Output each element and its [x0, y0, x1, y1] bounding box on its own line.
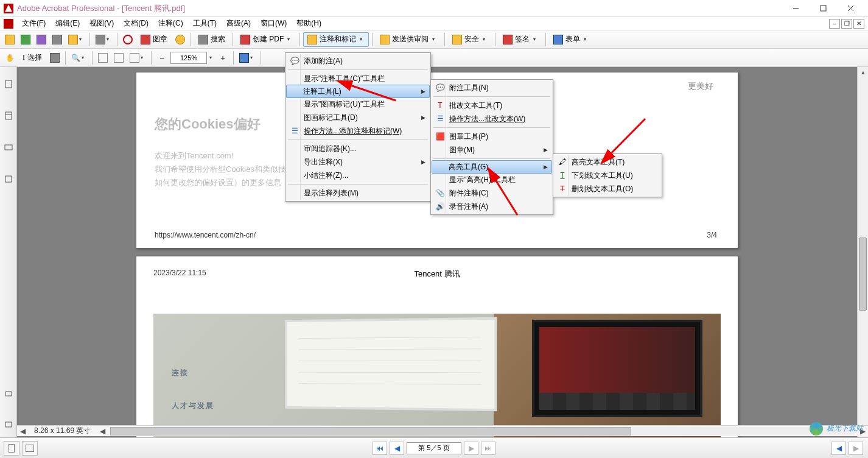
hscroll-left-button[interactable]: ◀: [17, 427, 28, 435]
scroll-thumb[interactable]: [859, 238, 867, 311]
forms-button[interactable]: 表单▾: [549, 32, 593, 47]
page-number-input[interactable]: [407, 442, 461, 454]
menu-audio-comment[interactable]: 🔊录音注释(A): [432, 200, 551, 213]
menu-advanced[interactable]: 高级(A): [222, 17, 256, 30]
security-label: 安全: [464, 34, 479, 44]
open-button[interactable]: [2, 32, 17, 47]
lock-icon: [452, 35, 462, 44]
mdi-close-button[interactable]: ✕: [853, 19, 864, 29]
menu-help[interactable]: 帮助(H): [292, 17, 326, 30]
email-button[interactable]: ▾: [66, 32, 86, 47]
prev-page-button[interactable]: ◀: [390, 442, 404, 455]
menu-show-drawing-toolbar[interactable]: 显示"图画标记(U)"工具栏: [287, 97, 429, 111]
search-button[interactable]: 搜索: [194, 32, 229, 47]
menu-attach-comment[interactable]: 📎附件注释(C): [432, 186, 551, 200]
sign-button[interactable]: 签名▾: [499, 32, 542, 47]
menu-edit-text-tool[interactable]: T批改文本工具(T): [432, 99, 551, 112]
first-page-button[interactable]: ⏮: [373, 442, 387, 455]
menu-window[interactable]: 窗口(W): [256, 17, 292, 30]
menu-comments[interactable]: 注释(C): [153, 17, 188, 30]
hscroll-thumb[interactable]: [110, 427, 631, 435]
zoom-dropdown[interactable]: ▾: [209, 55, 214, 60]
sign-label: 签名: [515, 34, 530, 44]
menu-howto-edit[interactable]: ☰操作方法...批改文本(W): [432, 112, 551, 125]
menu-show-list[interactable]: 显示注释列表(M): [287, 186, 429, 200]
fit-width-button[interactable]: [111, 51, 126, 65]
scan-button[interactable]: [18, 32, 33, 47]
zoom-tool-button[interactable]: 🔍▾: [69, 51, 89, 65]
menu-underline-text-tool[interactable]: T下划线文本工具(U): [555, 169, 660, 182]
attach-button[interactable]: ▾: [93, 32, 114, 47]
menu-drawing-tools[interactable]: 图画标记工具(D)▶: [287, 111, 429, 124]
separator: [495, 33, 495, 46]
zoom-input[interactable]: [170, 52, 207, 64]
svg-rect-3: [5, 145, 12, 150]
close-button[interactable]: [837, 1, 864, 16]
zoom-in-button[interactable]: +: [215, 51, 230, 65]
snapshot-button[interactable]: [47, 51, 62, 65]
menu-document[interactable]: 文档(D): [119, 17, 153, 30]
prev-view-button[interactable]: ◀: [831, 442, 846, 455]
whiteboard-graphic: [285, 317, 497, 412]
hand-tool-button[interactable]: ✋: [2, 51, 17, 65]
menu-strikeout-text-tool[interactable]: T删划线文本工具(O): [555, 182, 660, 196]
next-page-button[interactable]: ▶: [464, 442, 478, 455]
menu-highlight-text-tool[interactable]: 🖍高亮文本工具(T): [555, 155, 660, 169]
save-button[interactable]: [34, 32, 49, 47]
menu-file[interactable]: 文件(F): [17, 17, 51, 30]
page-header-right: 更美好: [688, 81, 713, 92]
mdi-restore-button[interactable]: ❐: [841, 19, 852, 29]
send-review-button[interactable]: 发送供审阅▾: [376, 32, 441, 47]
menu-edit[interactable]: 编辑(E): [51, 17, 85, 30]
rotate-button[interactable]: ▾: [237, 51, 257, 65]
menu-view[interactable]: 视图(V): [85, 17, 119, 30]
rotate-icon: [239, 53, 249, 63]
menu-stamps[interactable]: 图章(M)▶: [432, 143, 551, 157]
signatures-tab[interactable]: [2, 135, 15, 160]
pages-tab[interactable]: [2, 72, 15, 96]
menu-highlight-tools[interactable]: 高亮工具(G)▶: [432, 160, 552, 174]
separator: [89, 33, 90, 46]
minimize-button[interactable]: [782, 1, 810, 16]
menu-add-note[interactable]: 💬添加附注(A): [287, 54, 429, 68]
hscroll-inner-left[interactable]: ◀: [97, 427, 108, 435]
view-mode-button[interactable]: ▾: [127, 51, 148, 65]
menu-export[interactable]: 导出注释(X)▶: [287, 155, 429, 169]
next-view-button[interactable]: ▶: [849, 442, 863, 455]
menu-show-comment-toolbar[interactable]: 显示"注释工具(C)"工具栏: [287, 72, 429, 85]
bookmarks-tab[interactable]: [2, 104, 15, 128]
menu-howto[interactable]: ☰操作方法...添加注释和标记(W): [287, 124, 429, 138]
security-button[interactable]: 安全▾: [448, 32, 492, 47]
two-page-button[interactable]: [22, 441, 38, 456]
comment-markup-button[interactable]: 注释和标记▾: [303, 32, 369, 47]
vertical-scrollbar[interactable]: ▲ ▼: [857, 67, 868, 437]
mdi-min-button[interactable]: –: [829, 19, 840, 29]
last-page-button[interactable]: ⏭: [481, 442, 495, 455]
menu-show-highlight-bar[interactable]: 显示"高亮(H)"工具栏: [432, 173, 551, 186]
menu-note-tool[interactable]: 💬附注工具(N): [432, 81, 551, 94]
menu-tools[interactable]: 工具(T): [188, 17, 222, 30]
menu-tracker[interactable]: 审阅追踪器(K)...: [287, 142, 429, 155]
single-page-button[interactable]: [4, 441, 19, 456]
menu-stamp-tool[interactable]: 🟥图章工具(P): [432, 130, 551, 143]
menu-summarize[interactable]: 小结注释(Z)...: [287, 169, 429, 182]
print-button[interactable]: [50, 32, 65, 47]
fit-page-button[interactable]: [96, 51, 110, 65]
select-tool-button[interactable]: I选择: [18, 51, 46, 65]
no-entry-button[interactable]: [121, 32, 135, 47]
maximize-button[interactable]: [810, 1, 837, 16]
attachments-tab[interactable]: [2, 381, 15, 406]
horizontal-scrollbar[interactable]: [110, 427, 855, 435]
toolbar-main: ▾ ▾ 图章 搜索 创建 PDF▾ 注释和标记▾ 发送供审阅▾ 安全▾ 签名▾ …: [0, 30, 868, 49]
world-button[interactable]: [173, 32, 187, 47]
zoom-out-button[interactable]: −: [155, 51, 169, 65]
hscroll-right-button[interactable]: ▶: [857, 427, 868, 435]
comments-tab[interactable]: [2, 413, 15, 437]
app-icon: [4, 4, 13, 13]
menu-comment-tools[interactable]: 注释工具(L)▶: [286, 85, 430, 98]
separator: [545, 33, 546, 46]
layers-tab[interactable]: [2, 167, 15, 191]
stamp-button[interactable]: 图章: [136, 32, 172, 47]
scroll-up-button[interactable]: ▲: [858, 67, 868, 78]
create-pdf-button[interactable]: 创建 PDF▾: [236, 32, 296, 47]
